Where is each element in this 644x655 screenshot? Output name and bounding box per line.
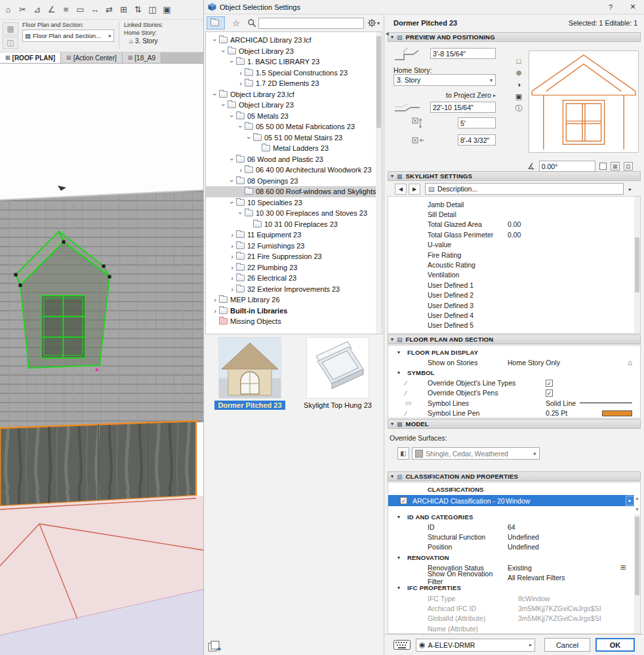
split-tool-icon[interactable]: ✂ (16, 3, 30, 17)
search-input[interactable] (258, 18, 364, 29)
tree-scrollbar[interactable] (376, 32, 382, 334)
classification-checkbox[interactable] (400, 497, 407, 504)
line-type-swatch[interactable] (580, 403, 632, 403)
tree-item[interactable]: 10 30 00 Fireplaces and Stoves 23 (206, 208, 382, 219)
section-model[interactable]: ▾ ▩ MODEL (388, 419, 641, 429)
tree-item[interactable]: 1.7 2D Elements 23 (206, 78, 382, 89)
tree-item[interactable]: 11 Equipment 23 (206, 229, 382, 241)
ifc-property-row[interactable]: GlobalId (Attribute) 3m5MKjj7KZGviCwJrgs… (388, 614, 634, 624)
section-floor-plan-and-section[interactable]: ▾ ▤ FLOOR PLAN AND SECTION (388, 334, 641, 344)
previous-page-button[interactable]: ◀ (395, 184, 407, 195)
property-row[interactable]: Position Undefined (388, 542, 634, 552)
parameter-row[interactable]: Total Glazed Area 0.00 (388, 220, 640, 229)
symbol-settings-row[interactable]: ∕ Symbol Line Pen 0.25 Pt (388, 408, 640, 418)
tree-expander-icon[interactable] (237, 79, 245, 87)
symbol-settings-row[interactable]: ∕ Override Object's Line Types (388, 378, 640, 387)
align-tool-icon[interactable]: ◫ (146, 3, 159, 17)
ifc-property-row[interactable]: IFC Type IfcWindow (388, 593, 634, 603)
tree-item[interactable]: Object Library 23.lcf (206, 89, 382, 100)
classification-scrollbar[interactable] (634, 514, 640, 633)
chevron-right-icon[interactable]: ▸ (626, 496, 634, 506)
view-tab[interactable]: ⊞ [Action Center] (61, 52, 123, 63)
parameter-value[interactable]: 0.00 (508, 231, 521, 239)
tree-expander-icon[interactable] (211, 307, 219, 315)
parameter-row[interactable]: Fire Rating (388, 250, 640, 260)
parameter-row[interactable]: U-value (388, 240, 640, 250)
symbol-settings-row[interactable]: ▭ Symbol Lines Solid Line (388, 398, 640, 408)
layer-dropdown[interactable]: ◉ A-ELEV-DRMR ▸ (416, 639, 535, 652)
to-project-zero-toggle[interactable]: to Project Zero ▸ (446, 91, 496, 99)
box-tool-icon[interactable]: ▭ (73, 3, 87, 17)
tree-item[interactable]: 22 Plumbing 23 (206, 262, 382, 273)
folder-view-button[interactable] (207, 16, 225, 30)
mirror-checkbox[interactable] (599, 163, 607, 170)
property-row[interactable]: Structural Function Undefined (388, 532, 634, 542)
tree-item[interactable]: Metal Ladders 23 (206, 143, 382, 154)
tree-expander-icon[interactable] (220, 47, 228, 55)
elevation-field[interactable] (430, 48, 496, 59)
view-tab[interactable]: ⊞ [ROOF PLAN] (0, 52, 61, 63)
height-field[interactable] (458, 134, 496, 146)
help-button[interactable]: ? (599, 0, 622, 14)
show-on-stories-row[interactable]: Show on Stories Home Story Only ⌂ (388, 357, 640, 367)
parameter-row[interactable]: User Defined 3 (388, 300, 640, 310)
home-story-dropdown[interactable]: 3. Story ▾ (393, 74, 496, 86)
parameter-scrollbar[interactable] (634, 197, 640, 333)
tree-item[interactable]: 05 51 00 Metal Stairs 23 (206, 132, 382, 144)
object-2d-preview[interactable] (529, 50, 639, 153)
tree-item[interactable]: 06 Wood and Plastic 23 (206, 154, 382, 165)
tree-item[interactable]: 08 Openings 23 (206, 176, 382, 187)
tree-item[interactable]: 06 40 00 Architectural Woodwork 23 (206, 165, 382, 176)
tree-expander-icon[interactable] (245, 134, 253, 142)
property-row[interactable]: ID 64 (388, 522, 634, 532)
keyboard-shortcut-icon[interactable] (393, 640, 411, 650)
property-value[interactable]: Undefined (508, 543, 539, 551)
tree-item[interactable]: ARCHICAD Library 23.lcf (206, 35, 382, 46)
tree-item[interactable]: 32 Exterior Improvements 23 (206, 284, 382, 295)
section-classification-properties[interactable]: ▾ ▥ CLASSIFICATION AND PROPERTIES (388, 471, 641, 481)
tree-expander-icon[interactable] (228, 58, 236, 66)
tree-item[interactable]: 10 Specialties 23 (206, 197, 382, 208)
3d-viewport[interactable] (0, 64, 203, 655)
ok-button[interactable]: OK (595, 638, 635, 652)
tree-expander-icon[interactable] (211, 90, 219, 98)
frame-anchor-icon[interactable]: ⊡ (624, 162, 633, 170)
home-story-value[interactable]: ⌂ 3. Story (129, 37, 163, 45)
tree-expander-icon[interactable] (228, 112, 236, 120)
scroll-down-icon[interactable]: ▼ (635, 507, 639, 513)
absolute-elevation-field[interactable] (430, 102, 496, 113)
tree-expander-icon[interactable] (228, 274, 236, 282)
parameter-row[interactable]: Ventilation (388, 270, 640, 280)
marquee-tool-icon[interactable]: ⌂ (1, 3, 15, 17)
property-value[interactable]: All Relevant Filters (508, 574, 565, 582)
elevation-preview-icon[interactable]: ⊕ (513, 68, 525, 78)
renovation-subsection[interactable]: ▾ RENOVATION (388, 552, 634, 563)
parameter-row[interactable]: Total Glass Perimeter 0.00 (388, 229, 640, 239)
property-value[interactable]: Undefined (508, 533, 539, 541)
section-skylight-settings[interactable]: ▾ ▦ SKYLIGHT SETTINGS (388, 171, 641, 181)
surface-paint-icon[interactable]: ◧ (397, 447, 409, 460)
tree-expander-icon[interactable] (228, 231, 236, 239)
tree-expander-icon[interactable] (228, 285, 236, 293)
scroll-up-icon[interactable]: ▲ (635, 496, 639, 502)
3d-preview-icon[interactable]: ◑ (513, 79, 525, 90)
symbol-settings-row[interactable]: ∕ Override Object's Pens (388, 388, 640, 398)
setting-value[interactable]: Solid Line (546, 399, 576, 407)
tree-item[interactable]: Missing Objects (206, 316, 382, 327)
id-and-categories-subsection[interactable]: ▾ ID AND CATEGORIES (388, 511, 634, 522)
view-tab[interactable]: ⊞ [18_A9 (123, 52, 161, 63)
tree-item[interactable]: 08 60 00 Roof-windows and Skylights 23 (206, 186, 382, 197)
section-preview-positioning[interactable]: ▾ ▧ PREVIEW AND POSITIONING (388, 32, 641, 42)
property-value[interactable]: 64 (508, 523, 515, 531)
parameter-row[interactable]: User Defined 4 (388, 310, 640, 320)
arrange-tool-icon[interactable]: ▣ (160, 3, 174, 17)
tree-expander-icon[interactable] (228, 242, 236, 250)
parameter-row[interactable]: Sill Detail (388, 209, 640, 219)
rotation-angle-field[interactable] (539, 161, 595, 172)
tree-item[interactable]: MEP Library 26 (206, 294, 382, 306)
anchor-icon[interactable]: ⊠ (611, 162, 620, 170)
blank-preview-icon[interactable]: □ (513, 56, 525, 66)
close-button[interactable]: ✕ (622, 0, 644, 14)
tree-expander-icon[interactable] (228, 177, 236, 185)
surface-dropdown[interactable]: Shingle, Cedar, Weathered ▸ (412, 447, 540, 460)
